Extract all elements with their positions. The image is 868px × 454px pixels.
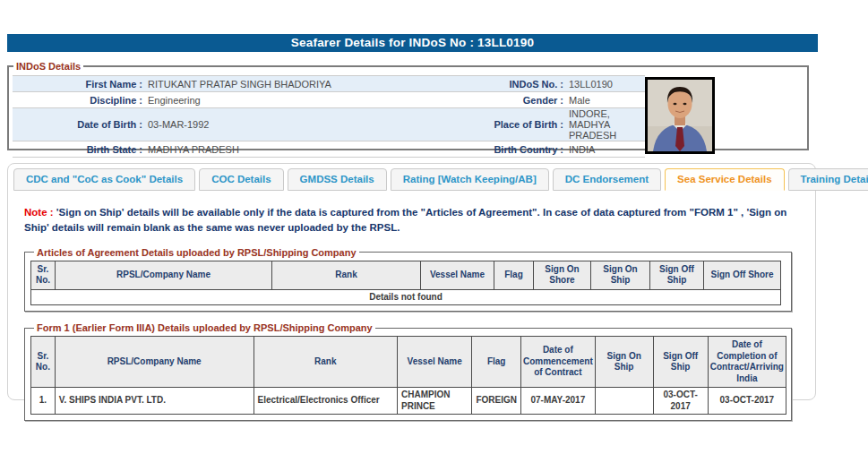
sea-service-panel: CDC and "CoC as Cook" Details COC Detail…	[7, 163, 816, 400]
tab-sea-service-details[interactable]: Sea Service Details	[665, 168, 785, 191]
seafarer-photo-illustration	[648, 80, 712, 151]
cell-date-of-completion: 03-OCT-2017	[708, 388, 786, 415]
col-sign-off-shore: Sign Off Shore	[704, 261, 781, 289]
col-flag: Flag	[494, 261, 534, 289]
cell-sign-on-ship	[595, 388, 653, 415]
detail-row: Discipline : Engineering Gender : Male	[13, 92, 645, 108]
cell-flag: FOREIGN	[472, 388, 521, 415]
form1-table: Sr. No. RPSL/Company Name Rank Vessel Na…	[30, 336, 786, 415]
indos-no-label: INDoS No. :	[438, 76, 563, 92]
form1-data-row: 1. V. SHIPS INDIA PVT. LTD. Electrical/E…	[31, 388, 786, 415]
form1-fieldset: Form 1 (Earlier Form IIIA) Details uploa…	[24, 322, 792, 421]
detail-row: First Name : RITUKANT PRATAP SINGH BHADO…	[13, 76, 645, 92]
discipline-label: Discipline :	[13, 92, 142, 108]
indos-details-legend: INDoS Details	[13, 61, 83, 72]
cell-sign-off-ship: 03-OCT-2017	[653, 388, 708, 415]
articles-of-agreement-table: Sr. No. RPSL/Company Name Rank Vessel Na…	[30, 261, 781, 306]
col-sign-on-shore: Sign On Shore	[534, 261, 591, 289]
tab-rating-watch-keeping-ab[interactable]: Rating [Watch Keeping/AB]	[391, 168, 549, 191]
place-of-birth-value: INDORE, MADHYA PRADESH	[563, 108, 645, 141]
detail-row: Birth State : MADHYA PRADESH Birth Count…	[13, 141, 645, 158]
sign-on-ship-note: Note : 'Sign on Ship' details will be av…	[24, 205, 804, 236]
place-of-birth-label: Place of Birth :	[438, 108, 563, 141]
articles-header-row: Sr. No. RPSL/Company Name Rank Vessel Na…	[31, 261, 781, 289]
date-of-birth-value: 03-MAR-1992	[142, 108, 438, 141]
col-flag: Flag	[472, 337, 521, 388]
tab-training-details[interactable]: Training Details	[788, 168, 868, 191]
tab-gmdss-details[interactable]: GMDSS Details	[288, 168, 387, 191]
seafarer-photo	[645, 77, 715, 154]
indos-details-fieldset: INDoS Details First Name : RITUKANT PRAT…	[7, 61, 809, 150]
indos-details-table: First Name : RITUKANT PRATAP SINGH BHADO…	[13, 75, 645, 158]
cell-sr-no: 1.	[31, 388, 56, 415]
col-rank: Rank	[272, 261, 421, 289]
cell-rank: Electrical/Electronics Officer	[254, 388, 397, 415]
col-date-of-commencement: Date of Commencement of Contract	[520, 337, 595, 388]
articles-of-agreement-fieldset: Articles of Agreement Details uploaded b…	[24, 247, 792, 313]
first-name-label: First Name :	[13, 76, 142, 92]
note-text: 'Sign on Ship' details will be available…	[24, 207, 786, 233]
discipline-value: Engineering	[142, 92, 438, 108]
col-rpsl-company-name: RPSL/Company Name	[56, 261, 272, 289]
details-not-found-message: Details not found	[31, 289, 781, 305]
col-sign-off-ship: Sign Off Ship	[653, 337, 708, 388]
gender-value: Male	[563, 92, 645, 108]
form1-header-row: Sr. No. RPSL/Company Name Rank Vessel Na…	[31, 337, 786, 388]
page: { "header": { "title": "Seafarer Details…	[0, 0, 868, 454]
col-rank: Rank	[254, 337, 397, 388]
page-title: Seafarer Details for INDoS No : 13LL0190	[7, 34, 818, 52]
gender-label: Gender :	[438, 92, 563, 108]
tab-cdc-coc-as-cook-details[interactable]: CDC and "CoC as Cook" Details	[13, 168, 195, 191]
articles-of-agreement-legend: Articles of Agreement Details uploaded b…	[34, 247, 359, 258]
col-rpsl-company-name: RPSL/Company Name	[55, 337, 254, 388]
tab-coc-details[interactable]: COC Details	[199, 168, 283, 191]
tab-bar: CDC and "CoC as Cook" Details COC Detail…	[8, 164, 815, 191]
date-of-birth-label: Date of Birth :	[13, 108, 142, 141]
col-vessel-name: Vessel Name	[397, 337, 471, 388]
tab-dc-endorsement[interactable]: DC Endorsement	[553, 168, 661, 191]
birth-country-label: Birth Country :	[438, 141, 563, 158]
cell-date-of-commencement: 07-MAY-2017	[520, 388, 595, 415]
note-prefix: Note :	[24, 207, 54, 218]
col-sign-on-ship: Sign On Ship	[591, 261, 650, 289]
cell-vessel-name: CHAMPION PRINCE	[397, 388, 471, 415]
col-sr-no: Sr. No.	[31, 261, 56, 289]
form1-legend: Form 1 (Earlier Form IIIA) Details uploa…	[34, 322, 375, 333]
col-vessel-name: Vessel Name	[421, 261, 494, 289]
birth-state-value: MADHYA PRADESH	[142, 141, 438, 158]
articles-empty-row: Details not found	[31, 289, 781, 305]
col-sign-on-ship: Sign On Ship	[595, 337, 653, 388]
birth-country-value: INDIA	[563, 141, 645, 158]
detail-row: Date of Birth : 03-MAR-1992 Place of Bir…	[13, 108, 645, 141]
birth-state-label: Birth State :	[13, 141, 142, 158]
col-date-of-completion: Date of Completion of Contract/Arriving …	[708, 337, 786, 388]
col-sign-off-ship: Sign Off Ship	[650, 261, 704, 289]
indos-no-value: 13LL0190	[563, 76, 645, 92]
cell-rpsl-company-name: V. SHIPS INDIA PVT. LTD.	[55, 388, 254, 415]
col-sr-no: Sr. No.	[31, 337, 56, 388]
first-name-value: RITUKANT PRATAP SINGH BHADORIYA	[142, 76, 438, 92]
